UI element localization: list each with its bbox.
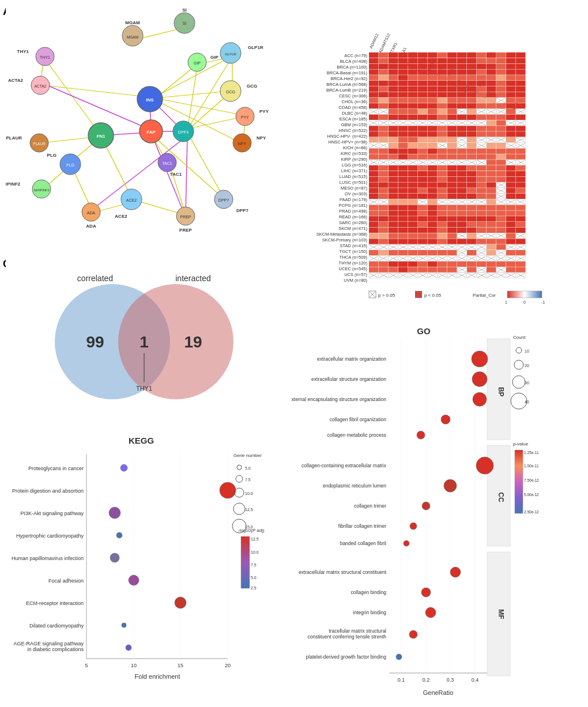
svg-rect-287 [438, 97, 447, 103]
svg-text:PLAUR: PLAUR [6, 135, 22, 141]
svg-rect-219 [398, 75, 408, 80]
svg-rect-628 [487, 182, 496, 187]
svg-rect-827 [496, 239, 506, 244]
svg-rect-167 [516, 52, 526, 58]
svg-text:ADA: ADA [86, 224, 96, 229]
svg-rect-796 [447, 233, 457, 239]
svg-rect-508 [369, 154, 379, 159]
svg-text:collagen binding: collagen binding [351, 589, 387, 595]
svg-text:1.25e-11: 1.25e-11 [524, 451, 539, 455]
svg-rect-238 [428, 81, 438, 86]
svg-rect-581 [496, 165, 506, 171]
svg-text:CC: CC [497, 492, 505, 502]
svg-rect-678 [408, 199, 418, 205]
svg-rect-625 [457, 182, 467, 187]
svg-rect-617 [379, 182, 389, 187]
svg-text:KEGG: KEGG [129, 436, 154, 445]
svg-rect-614 [506, 177, 516, 182]
svg-rect-225 [457, 75, 467, 80]
svg-rect-710 [389, 205, 398, 210]
svg-rect-304 [428, 103, 438, 108]
svg-rect-639 [418, 188, 428, 193]
svg-rect-163 [477, 52, 487, 58]
svg-text:collagen trimer: collagen trimer [354, 503, 386, 509]
svg-text:1: 1 [505, 300, 507, 304]
svg-rect-501 [457, 149, 467, 154]
svg-rect-596 [487, 171, 496, 176]
svg-rect-570 [389, 165, 398, 171]
svg-rect-237 [418, 81, 428, 86]
svg-text:STAD (n=415): STAD (n=415) [340, 243, 367, 248]
svg-rect-340 [506, 109, 516, 114]
svg-rect-829 [516, 239, 526, 244]
svg-rect-192 [447, 64, 457, 69]
svg-rect-413 [457, 126, 467, 131]
svg-rect-613 [496, 177, 506, 182]
svg-rect-574 [428, 165, 438, 171]
svg-rect-458 [506, 137, 516, 142]
svg-rect-313 [516, 103, 526, 108]
svg-rect-210 [467, 69, 477, 74]
svg-rect-1136 [515, 450, 523, 513]
svg-text:extracellular matrix structura: extracellular matrix structural constitu… [299, 569, 387, 575]
svg-rect-654 [389, 194, 398, 199]
svg-rect-763 [438, 222, 447, 227]
svg-rect-410 [428, 126, 438, 131]
svg-rect-660 [447, 194, 457, 199]
svg-rect-653 [379, 194, 389, 199]
svg-rect-949 [418, 262, 428, 267]
svg-rect-211 [477, 69, 487, 74]
svg-rect-422 [389, 131, 398, 137]
svg-rect-285 [418, 97, 428, 103]
svg-rect-720 [487, 205, 496, 210]
svg-text:Count: Count [513, 335, 526, 340]
svg-rect-824 [467, 239, 477, 244]
svg-rect-638 [408, 188, 418, 193]
svg-text:DPP7: DPP7 [236, 208, 248, 213]
svg-rect-183 [516, 58, 526, 63]
svg-rect-495 [398, 149, 408, 154]
svg-rect-273 [457, 92, 467, 97]
svg-rect-424 [408, 131, 418, 137]
svg-rect-748 [447, 216, 457, 221]
svg-text:PI3K-Akt signaling pathway: PI3K-Akt signaling pathway [20, 511, 84, 516]
svg-rect-160 [447, 52, 457, 58]
svg-rect-171 [398, 58, 408, 63]
svg-text:SERPINF2: SERPINF2 [6, 182, 21, 187]
svg-text:7.50e-12: 7.50e-12 [524, 478, 539, 482]
svg-rect-605 [418, 177, 428, 182]
svg-rect-955 [477, 262, 487, 267]
svg-text:SI: SI [183, 21, 187, 25]
svg-rect-222 [428, 75, 438, 80]
svg-rect-412 [447, 126, 457, 131]
svg-rect-612 [487, 177, 496, 182]
svg-rect-419 [516, 126, 526, 131]
svg-rect-723 [516, 205, 526, 210]
panel-a-network: SI SI MGAM MGAM GLP1R GLP1R GIP GIP THY1… [6, 6, 282, 248]
svg-rect-176 [447, 58, 457, 63]
svg-rect-291 [477, 97, 487, 103]
svg-rect-407 [398, 126, 408, 131]
svg-rect-645 [477, 188, 487, 193]
svg-rect-502 [467, 149, 477, 154]
svg-rect-828 [506, 239, 516, 244]
svg-rect-821 [438, 239, 447, 244]
svg-rect-179 [477, 58, 487, 63]
svg-rect-248 [369, 86, 379, 92]
svg-rect-513 [418, 154, 428, 159]
svg-rect-507 [516, 149, 526, 154]
svg-rect-711 [398, 205, 408, 210]
svg-rect-438 [389, 137, 398, 142]
svg-rect-582 [506, 165, 516, 171]
svg-rect-216 [369, 75, 379, 80]
svg-point-1076 [109, 507, 120, 519]
svg-rect-822 [447, 239, 457, 244]
svg-rect-761 [418, 222, 428, 227]
svg-rect-229 [496, 75, 506, 80]
svg-rect-603 [398, 177, 408, 182]
svg-rect-756 [369, 222, 379, 227]
svg-text:GCG: GCG [247, 84, 257, 89]
svg-rect-733 [457, 210, 467, 215]
svg-text:TAC1: TAC1 [162, 161, 172, 165]
svg-rect-277 [496, 92, 506, 97]
